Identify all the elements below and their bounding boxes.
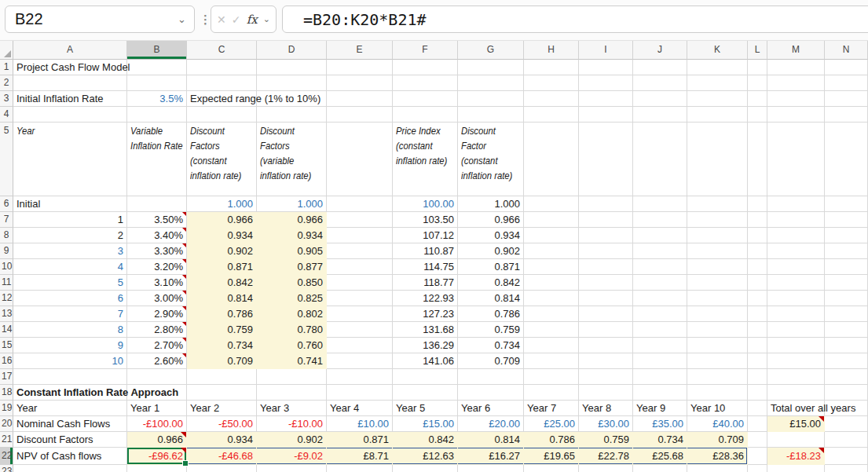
cell-J1[interactable] (633, 60, 687, 75)
cell-D6[interactable]: 1.000 (257, 196, 327, 212)
cell-B20[interactable]: -£100.00 (127, 416, 187, 432)
cell-F11[interactable]: 118.77 (393, 275, 458, 291)
cell-A18[interactable]: Constant Inflation Rate Approach (13, 385, 127, 401)
cell-J12[interactable] (633, 291, 687, 306)
cell-N12[interactable] (825, 291, 868, 306)
cell-J7[interactable] (633, 212, 687, 228)
cell-F12[interactable]: 122.93 (393, 291, 458, 306)
cell-D21[interactable]: 0.902 (257, 432, 327, 448)
cell-E19[interactable]: Year 4 (327, 401, 393, 416)
row-header-6[interactable]: 6 (0, 196, 13, 212)
cell-G10[interactable]: 0.871 (458, 259, 524, 275)
cell-K19[interactable]: Year 10 (687, 401, 748, 416)
cell-H16[interactable] (524, 353, 579, 369)
cell-D13[interactable]: 0.802 (257, 306, 327, 322)
cell-A12[interactable]: 6 (13, 291, 127, 306)
cell-N15[interactable] (825, 338, 868, 353)
cell-A11[interactable]: 5 (13, 275, 127, 291)
row-header-1[interactable]: 1 (0, 60, 13, 75)
cell-L8[interactable] (748, 228, 767, 243)
cell-A4[interactable] (13, 107, 127, 123)
cell-E14[interactable] (327, 322, 393, 338)
cell-N8[interactable] (825, 228, 868, 243)
cell-H6[interactable] (524, 196, 579, 212)
cell-C17[interactable] (187, 369, 257, 385)
cell-B12[interactable]: 3.00% (127, 291, 187, 306)
cell-N9[interactable] (825, 243, 868, 259)
cell-H23[interactable] (524, 465, 579, 472)
cell-J16[interactable] (633, 353, 687, 369)
cell-M9[interactable] (767, 243, 825, 259)
cell-E22[interactable]: £8.71 (327, 448, 393, 465)
name-box[interactable]: B22 ⌄ (5, 5, 195, 33)
cell-M2[interactable] (767, 75, 825, 91)
cell-C13[interactable]: 0.786 (187, 306, 257, 322)
cell-M5[interactable] (767, 123, 825, 196)
cell-K13[interactable] (687, 306, 748, 322)
cell-I6[interactable] (579, 196, 633, 212)
cell-N5[interactable] (825, 123, 868, 196)
cell-J5[interactable] (633, 123, 687, 196)
cell-N18[interactable] (825, 385, 868, 401)
cell-A8[interactable]: 2 (13, 228, 127, 243)
cell-M14[interactable] (767, 322, 825, 338)
cell-E13[interactable] (327, 306, 393, 322)
cell-C19[interactable]: Year 2 (187, 401, 257, 416)
cell-G2[interactable] (458, 75, 524, 91)
cell-M4[interactable] (767, 107, 825, 123)
column-header-L[interactable]: L (748, 41, 767, 60)
cell-C6[interactable]: 1.000 (187, 196, 257, 212)
cell-E7[interactable] (327, 212, 393, 228)
row-header-19[interactable]: 19 (0, 401, 13, 416)
row-header-22[interactable]: 22 (0, 448, 13, 465)
row-header-17[interactable]: 17 (0, 369, 13, 385)
cell-C20[interactable]: -£50.00 (187, 416, 257, 432)
row-header-2[interactable]: 2 (0, 75, 13, 91)
cell-J11[interactable] (633, 275, 687, 291)
cell-K17[interactable] (687, 369, 748, 385)
cell-F19[interactable]: Year 5 (393, 401, 458, 416)
cell-M15[interactable] (767, 338, 825, 353)
cell-K1[interactable] (687, 60, 748, 75)
cell-D18[interactable] (257, 385, 327, 401)
cell-D17[interactable] (257, 369, 327, 385)
cell-D4[interactable] (257, 107, 327, 123)
cell-J4[interactable] (633, 107, 687, 123)
cell-F20[interactable]: £15.00 (393, 416, 458, 432)
cell-N23[interactable] (825, 465, 868, 472)
cell-N2[interactable] (825, 75, 868, 91)
cell-K3[interactable] (687, 91, 748, 107)
cell-D14[interactable]: 0.780 (257, 322, 327, 338)
chevron-down-icon[interactable]: ⌄ (263, 14, 270, 24)
cell-M12[interactable] (767, 291, 825, 306)
column-header-E[interactable]: E (327, 41, 393, 60)
cell-D1[interactable] (257, 60, 327, 75)
cell-C9[interactable]: 0.902 (187, 243, 257, 259)
cell-I20[interactable]: £30.00 (579, 416, 633, 432)
row-header-5[interactable]: 5 (0, 123, 13, 196)
cell-D16[interactable]: 0.741 (257, 353, 327, 369)
cell-B19[interactable]: Year 1 (127, 401, 187, 416)
cell-D19[interactable]: Year 3 (257, 401, 327, 416)
cell-L4[interactable] (748, 107, 767, 123)
cell-L2[interactable] (748, 75, 767, 91)
cell-K12[interactable] (687, 291, 748, 306)
cell-L23[interactable] (748, 465, 767, 472)
cell-N22[interactable] (825, 448, 868, 465)
cell-E2[interactable] (327, 75, 393, 91)
cell-C3[interactable]: Expected range (1% to 10%) (187, 91, 257, 107)
cell-G14[interactable]: 0.759 (458, 322, 524, 338)
cell-M3[interactable] (767, 91, 825, 107)
insert-function-icon[interactable]: fx (247, 13, 258, 27)
cell-G18[interactable] (458, 385, 524, 401)
cell-C12[interactable]: 0.814 (187, 291, 257, 306)
chevron-down-icon[interactable]: ⌄ (178, 13, 186, 25)
cell-B22[interactable]: -£96.62 (127, 448, 187, 465)
cell-B2[interactable] (127, 75, 187, 91)
cell-A20[interactable]: Nominal Cash Flows (13, 416, 127, 432)
cell-H17[interactable] (524, 369, 579, 385)
cell-E21[interactable]: 0.871 (327, 432, 393, 448)
cell-B13[interactable]: 2.90% (127, 306, 187, 322)
cell-N3[interactable] (825, 91, 868, 107)
cell-I1[interactable] (579, 60, 633, 75)
